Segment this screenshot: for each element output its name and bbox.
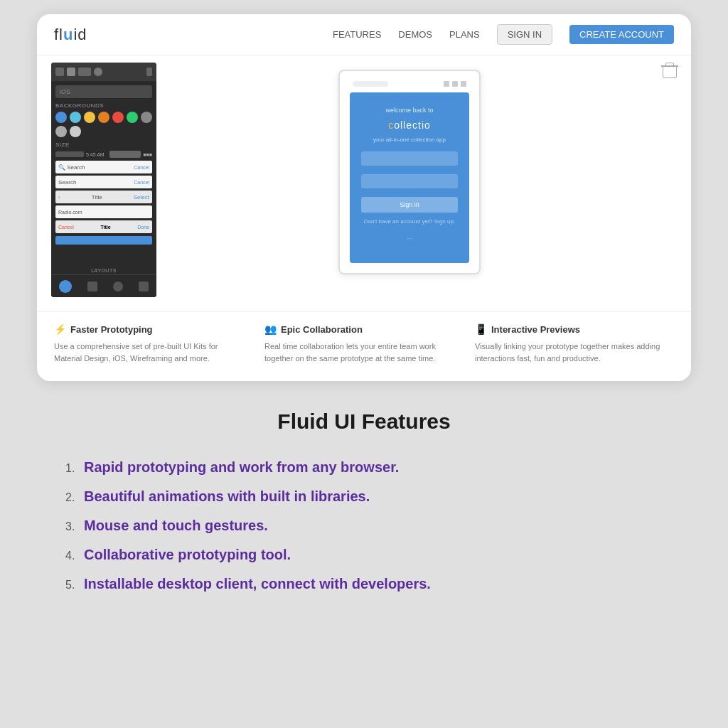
sign-in-button[interactable]: SIGN IN bbox=[497, 24, 552, 45]
size-row: 5:45 AM ■■■ bbox=[55, 151, 152, 158]
design-content: iOS BACKGROUNDS SIZE 5:45 AM bbox=[51, 81, 156, 249]
feature-title-1: Faster Prototyping bbox=[70, 324, 153, 335]
list-number-4: 4. bbox=[65, 550, 80, 562]
nav-plans[interactable]: PLANS bbox=[449, 29, 480, 40]
swatch-yellow[interactable] bbox=[84, 112, 95, 123]
list-text-4: Collaborative prototyping tool. bbox=[84, 547, 291, 563]
features-list: 1. Rapid prototyping and work from any b… bbox=[37, 459, 691, 592]
phone-signin-button[interactable]: Sign in bbox=[361, 197, 458, 213]
tab-icon-3[interactable] bbox=[113, 282, 123, 291]
status-bar-right bbox=[444, 81, 466, 87]
ui-actions-row[interactable]: Cancel Title Done bbox=[55, 220, 152, 233]
trash-icon[interactable] bbox=[663, 63, 677, 78]
phone-indicator: ··· bbox=[407, 230, 412, 242]
phone-subtitle: your all-in-one collection app bbox=[373, 136, 446, 143]
phone-signup-link[interactable]: Don't have an account yet? Sign up. bbox=[364, 218, 455, 225]
list-number-5: 5. bbox=[65, 579, 80, 592]
tab-icon-4[interactable] bbox=[139, 282, 149, 291]
nav-demos[interactable]: DEMOS bbox=[398, 29, 432, 40]
backgrounds-label: BACKGROUNDS bbox=[55, 102, 152, 109]
create-account-button[interactable]: CREATE ACCOUNT bbox=[569, 25, 674, 44]
feature-collaboration: 👥 Epic Collaboration Real time collabora… bbox=[253, 323, 464, 364]
list-text-5: Installable desktop client, connect with… bbox=[84, 576, 431, 592]
layouts-label: LAYOUTS bbox=[51, 268, 156, 273]
size-bar-1 bbox=[55, 151, 84, 157]
size-label: SIZE bbox=[55, 141, 152, 148]
main-content: Fluid UI Features 1. Rapid prototyping a… bbox=[37, 410, 691, 605]
design-search[interactable]: iOS bbox=[55, 85, 152, 98]
feature-title-2: Epic Collaboration bbox=[281, 324, 363, 335]
tab-icon-2[interactable] bbox=[87, 282, 97, 291]
bolt-icon: ⚡ bbox=[54, 323, 66, 335]
swatch-grey1[interactable] bbox=[141, 112, 152, 123]
people-icon: 👥 bbox=[264, 323, 277, 335]
feature-desc-1: Use a comprehensive set of pre-built UI … bbox=[54, 341, 242, 364]
feature-title-3: Interactive Previews bbox=[491, 324, 580, 335]
ui-search-label: 🔍 Search bbox=[58, 164, 85, 171]
ui-title-label: Title bbox=[92, 194, 102, 200]
phone-screen: welcome back to collectio your all-in-on… bbox=[350, 92, 469, 263]
list-item-2: 2. Beautiful animations with built in li… bbox=[65, 488, 663, 505]
trash-icon-area bbox=[663, 63, 677, 85]
toolbar-icon-5 bbox=[146, 68, 152, 76]
list-number-3: 3. bbox=[65, 520, 80, 533]
feature-desc-3: Visually linking your prototype together… bbox=[475, 341, 663, 364]
feature-header-3: 📱 Interactive Previews bbox=[475, 323, 663, 335]
size-bar-2 bbox=[109, 151, 141, 158]
nav-features[interactable]: FEATURES bbox=[333, 29, 381, 40]
phone-app-name: collectio bbox=[388, 119, 431, 131]
swatch-blue[interactable] bbox=[55, 112, 67, 123]
list-item-1: 1. Rapid prototyping and work from any b… bbox=[65, 459, 663, 476]
nav-bar: fluid FEATURES DEMOS PLANS SIGN IN CREAT… bbox=[37, 14, 691, 55]
browser-card: fluid FEATURES DEMOS PLANS SIGN IN CREAT… bbox=[37, 14, 691, 381]
swatch-red[interactable] bbox=[112, 112, 124, 123]
phone-email-input bbox=[361, 151, 458, 166]
list-number-1: 1. bbox=[65, 462, 80, 475]
size-text-1: 5:45 AM bbox=[86, 152, 105, 157]
ui-title-row[interactable]: ‹ Title Select bbox=[55, 191, 152, 203]
ui-search-label2: Search bbox=[58, 179, 76, 186]
ui-search-row[interactable]: 🔍 Search Cancel bbox=[55, 161, 152, 173]
color-swatches bbox=[55, 112, 152, 137]
feature-header-1: ⚡ Faster Prototyping bbox=[54, 323, 242, 335]
swatch-grey3[interactable] bbox=[70, 126, 81, 137]
ui-search-action: Cancel bbox=[134, 165, 149, 170]
ui-cancel-label: Cancel bbox=[134, 180, 149, 185]
swatch-cyan[interactable] bbox=[70, 112, 81, 123]
toolbar-icon-1 bbox=[55, 68, 64, 76]
list-text-2: Beautiful animations with built in libra… bbox=[84, 488, 370, 505]
page-title: Fluid UI Features bbox=[37, 410, 691, 434]
list-item-5: 5. Installable desktop client, connect w… bbox=[65, 576, 663, 592]
status-bar-left bbox=[353, 81, 388, 87]
toolbar bbox=[51, 63, 156, 81]
phone-icon: 📱 bbox=[475, 323, 487, 335]
ui-radio-label: Radio.com bbox=[58, 210, 82, 215]
tab-icon-1[interactable] bbox=[59, 280, 72, 293]
list-item-3: 3. Mouse and touch gestures. bbox=[65, 518, 663, 534]
list-number-2: 2. bbox=[65, 491, 80, 504]
swatch-orange[interactable] bbox=[98, 112, 109, 123]
ui-title2: Title bbox=[100, 225, 110, 230]
list-text-1: Rapid prototyping and work from any brow… bbox=[84, 459, 399, 476]
ui-search-row2[interactable]: Search Cancel bbox=[55, 176, 152, 188]
phone-preview-area: welcome back to collectio your all-in-on… bbox=[171, 63, 648, 274]
feature-header-2: 👥 Epic Collaboration bbox=[264, 323, 452, 335]
feature-previews: 📱 Interactive Previews Visually linking … bbox=[464, 323, 674, 364]
toolbar-icon-3 bbox=[78, 68, 91, 76]
ui-cancel: Cancel bbox=[58, 225, 74, 230]
features-row: ⚡ Faster Prototyping Use a comprehensive… bbox=[37, 311, 691, 381]
nav-links: FEATURES DEMOS PLANS SIGN IN CREATE ACCO… bbox=[333, 24, 674, 45]
logo[interactable]: fluid bbox=[54, 26, 87, 44]
feature-prototyping: ⚡ Faster Prototyping Use a comprehensive… bbox=[54, 323, 253, 364]
swatch-grey2[interactable] bbox=[55, 126, 67, 137]
ui-radio-row[interactable]: Radio.com bbox=[55, 205, 152, 218]
phone-password-input bbox=[361, 174, 458, 188]
swatch-green[interactable] bbox=[127, 112, 138, 123]
phone-outer-frame: welcome back to collectio your all-in-on… bbox=[338, 70, 481, 274]
screenshot-area: iOS BACKGROUNDS SIZE 5:45 AM bbox=[37, 55, 691, 311]
bottom-tabs bbox=[51, 274, 156, 297]
phone-welcome: welcome back to bbox=[385, 107, 433, 114]
list-item-4: 4. Collaborative prototyping tool. bbox=[65, 547, 663, 563]
ui-progress-bar bbox=[55, 236, 152, 245]
toolbar-icon-2 bbox=[67, 68, 75, 76]
